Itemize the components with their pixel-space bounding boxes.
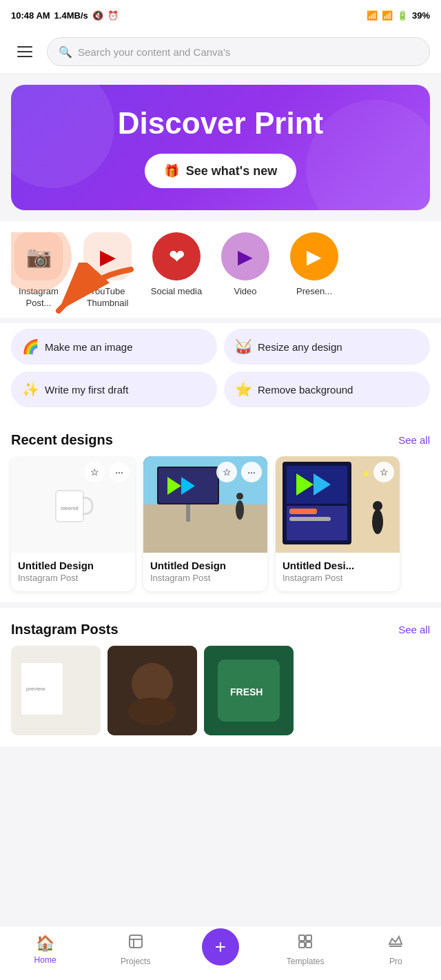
svg-rect-36 (299, 942, 305, 948)
instagram-thumb-1[interactable]: preview (11, 646, 101, 735)
status-time: 10:48 AM (11, 10, 50, 21)
bottom-nav: 🏠 Home Projects + Templates (0, 926, 441, 980)
write-draft-button[interactable]: ✨ Write my first draft (11, 371, 217, 407)
svg-rect-33 (130, 935, 142, 948)
design-info-3: Untitled Desi... Instagram Post (276, 553, 400, 591)
home-icon: 🏠 (36, 935, 54, 952)
discover-banner: Discover Print 🎁 See what's new (11, 85, 430, 210)
design-info-1: Untitled Design Instagram Post (11, 553, 135, 591)
category-item-presentation[interactable]: ▶ Presen... (287, 232, 342, 309)
nav-add-button[interactable]: + (202, 928, 239, 966)
battery-icon: 🔋 (397, 10, 408, 21)
hamburger-line (17, 51, 32, 52)
nav-home-label: Home (34, 955, 57, 965)
instagram-preview-3: FRESH (204, 646, 294, 735)
video-icon-circle: ▶ (221, 232, 269, 280)
category-label-instagram: InstagramPost... (19, 286, 59, 309)
design-thumb-2: ☆ ··· (143, 456, 267, 553)
svg-point-11 (236, 493, 243, 500)
design-thumb-1: steemit ☆ ··· (11, 456, 135, 553)
see-whats-new-button[interactable]: 🎁 See what's new (145, 154, 296, 188)
star-button-3[interactable]: ☆ (373, 462, 394, 482)
design-card-2[interactable]: ☆ ··· Untitled Design Instagram Post (143, 456, 267, 591)
gift-icon: 🎁 (164, 163, 179, 178)
signal-icon: 📶 (367, 10, 378, 21)
search-icon: 🔍 (59, 45, 72, 59)
instagram-posts-see-all[interactable]: See all (398, 624, 430, 635)
star-button-1[interactable]: ☆ (84, 462, 105, 482)
instagram-posts-header: Instagram Posts See all (0, 608, 441, 646)
resize-label: Resize any design (258, 341, 342, 353)
resize-design-button[interactable]: 🥁 Resize any design (224, 329, 430, 365)
more-button-1[interactable]: ··· (109, 462, 130, 482)
svg-point-29 (128, 697, 176, 725)
category-item-instagram[interactable]: 📷 InstagramPost... (11, 232, 66, 309)
design-card-3[interactable]: ★ ☆ Untitled Desi... Instagram Post (276, 456, 400, 591)
hamburger-line (17, 56, 32, 57)
design-actions-2: ☆ ··· (216, 462, 262, 482)
design-type-3: Instagram Post (283, 573, 393, 583)
status-mute-icon: 🔇 (92, 10, 103, 21)
svg-text:preview: preview (26, 686, 45, 692)
presentation-icon-circle: ▶ (290, 232, 338, 280)
svg-rect-37 (306, 942, 311, 948)
star-button-2[interactable]: ☆ (216, 462, 237, 482)
battery-level: 39% (412, 10, 430, 21)
status-bar: 10:48 AM 1.4MB/s 🔇 ⏰ 📶 📶 🔋 39% (0, 0, 441, 30)
svg-text:steemit: steemit (61, 505, 79, 511)
sparkle-icon: ✨ (22, 381, 39, 398)
wifi-icon: 📶 (382, 10, 393, 21)
pro-icon (387, 933, 404, 954)
category-item-youtube[interactable]: ▶ YouTubeThumbnail (80, 232, 135, 309)
instagram-thumb-2[interactable] (107, 646, 197, 735)
svg-text:★: ★ (362, 468, 371, 479)
category-label-presentation: Presen... (296, 286, 332, 298)
remove-bg-button[interactable]: ⭐ Remove background (224, 371, 430, 407)
remove-bg-label: Remove background (258, 384, 353, 396)
mug-illustration: steemit (45, 477, 101, 532)
more-button-2[interactable]: ··· (241, 462, 262, 482)
instagram-posts-section: Instagram Posts See all preview FRESH (0, 608, 441, 746)
search-bar[interactable]: 🔍 Search your content and Canva's (47, 37, 430, 66)
nav-projects[interactable]: Projects (112, 933, 160, 966)
hamburger-line (17, 46, 32, 48)
projects-icon (127, 933, 144, 954)
status-alarm-icon: ⏰ (107, 10, 119, 21)
recent-designs-title: Recent designs (11, 432, 113, 448)
svg-point-22 (373, 501, 382, 511)
hamburger-button[interactable] (11, 38, 39, 65)
add-icon: + (215, 936, 226, 958)
design-actions-1: ☆ ··· (84, 462, 130, 482)
svg-rect-9 (186, 504, 190, 522)
make-image-button[interactable]: 🌈 Make me an image (11, 329, 217, 365)
nav-home[interactable]: 🏠 Home (21, 935, 70, 965)
category-item-video[interactable]: ▶ Video (218, 232, 273, 309)
design-type-2: Instagram Post (150, 573, 260, 583)
recent-designs-header: Recent designs See all (0, 418, 441, 456)
nav-templates[interactable]: Templates (281, 933, 329, 966)
youtube-icon: ▶ (100, 245, 116, 269)
design-name-1: Untitled Design (18, 560, 128, 571)
banner-title: Discover Print (28, 107, 413, 140)
category-label-social: Social media (151, 286, 202, 298)
svg-rect-35 (306, 935, 311, 941)
instagram-icon: 📷 (26, 245, 52, 269)
nav-pro[interactable]: Pro (371, 933, 420, 966)
design-type-1: Instagram Post (18, 573, 128, 583)
svg-rect-19 (289, 509, 317, 514)
category-item-social[interactable]: ❤ Social media (149, 232, 204, 309)
instagram-thumb-3[interactable]: FRESH (204, 646, 294, 735)
svg-rect-34 (299, 935, 305, 941)
banner-button-label: See what's new (186, 164, 277, 178)
category-label-youtube: YouTubeThumbnail (87, 286, 129, 309)
video-icon: ▶ (238, 245, 253, 268)
recent-designs-see-all[interactable]: See all (398, 434, 430, 446)
nav-templates-label: Templates (287, 957, 325, 966)
svg-point-10 (236, 500, 244, 520)
instagram-posts-title: Instagram Posts (11, 622, 119, 637)
design-info-2: Untitled Design Instagram Post (143, 553, 267, 591)
design-card-1[interactable]: steemit ☆ ··· Untitled Design Instagram … (11, 456, 135, 591)
design-thumb-3: ★ ☆ (276, 456, 400, 553)
categories-section: 📷 InstagramPost... ▶ YouTubeThumbnail ❤ … (0, 221, 441, 318)
designs-row: steemit ☆ ··· Untitled Design Instagram … (0, 456, 441, 602)
